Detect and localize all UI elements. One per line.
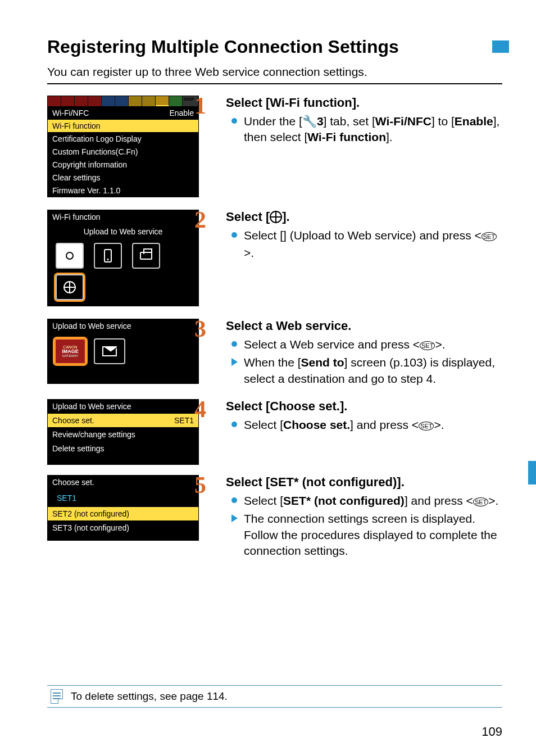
globe-icon (56, 274, 84, 300)
intro-rule (47, 83, 502, 84)
menu-item: Delete settings (52, 444, 105, 453)
menu-value: SET1 (174, 416, 194, 425)
step-number: 3 (194, 315, 206, 342)
set-icon: SET (419, 422, 434, 431)
step-bullet: The connection settings screen is displa… (231, 511, 502, 559)
menu-item: Firmware Ver. 1.1.0 (52, 186, 120, 195)
menu-item: SET2 (not configured) (52, 509, 129, 518)
screenshot-upload-service: Upload to Web service CANON iMAGE GATEWA… (47, 319, 199, 384)
step-bullet: Select [Choose set.] and press <SET>. (231, 417, 502, 433)
menu-item: Wi-Fi function (52, 121, 101, 130)
page-title: Registering Multiple Connection Settings (0, 0, 536, 57)
footer-note: To delete settings, see page 114. (47, 685, 502, 708)
side-tab (528, 461, 536, 485)
screenshot-subtitle: Upload to Web service (48, 224, 198, 241)
footer-text: To delete settings, see page 114. (71, 690, 228, 702)
step-4: Upload to Web service Choose set.SET1 Re… (0, 396, 536, 468)
set-icon: SET (420, 341, 435, 350)
camera-icon (56, 243, 84, 269)
step-number: 4 (194, 396, 206, 423)
step-number: 2 (194, 206, 206, 233)
step-number: 1 (194, 92, 206, 119)
note-icon (51, 689, 63, 704)
menu-value: Enable (169, 108, 194, 117)
menu-item: Choose set. (52, 416, 94, 425)
step-heading: Select [SET* (not configured)]. (226, 475, 502, 490)
step-bullet: Select [SET* (not configured)] and press… (231, 493, 502, 509)
menu-item: Clear settings (52, 173, 101, 182)
mail-icon (94, 338, 125, 364)
menu-item: Review/change settings (52, 430, 135, 439)
canon-image-gateway-icon: CANON iMAGE GATEWAY (54, 338, 86, 364)
set-icon: SET (473, 497, 488, 506)
screenshot-title: Upload to Web service (48, 400, 198, 413)
screenshot-title: Wi-Fi function (48, 210, 198, 224)
step-bullet: When the [Send to] screen (p.103) is dis… (231, 355, 502, 387)
step-heading: Select []. (226, 210, 502, 224)
menu-item: Wi-Fi/NFC (52, 108, 89, 117)
step-1: DISP Wi-Fi/NFCEnable Wi-Fi function Cert… (0, 92, 536, 201)
step-heading: Select [Choose set.]. (226, 399, 502, 414)
step-heading: Select a Web service. (226, 319, 502, 333)
step-heading: Select [Wi-Fi function]. (226, 96, 502, 110)
menu-item: Certification Logo Display (52, 134, 142, 143)
menu-item: Copyright information (52, 160, 127, 169)
screenshot-choose-set: Choose set. SET1 SET2 (not configured) S… (47, 475, 199, 541)
set-icon: SET (482, 232, 497, 241)
printer-icon (132, 243, 160, 269)
globe-icon (270, 211, 282, 223)
step-5: Choose set. SET1 SET2 (not configured) S… (0, 472, 536, 564)
step-bullet: Select a Web service and press <SET>. (231, 337, 502, 352)
step-number: 5 (194, 472, 206, 499)
screenshot-wifi-function: Wi-Fi function Upload to Web service (47, 210, 199, 306)
intro-text: You can register up to three Web service… (0, 57, 536, 82)
step-2: Wi-Fi function Upload to Web service 2 S… (0, 206, 536, 310)
menu-item: Custom Functions(C.Fn) (52, 147, 138, 156)
step-bullet: Select [] (Upload to Web service) and pr… (231, 228, 502, 261)
smartphone-icon (94, 243, 122, 269)
menu-item: SET3 (not configured) (52, 523, 129, 532)
title-accent (492, 40, 509, 53)
screenshot-upload-menu: Upload to Web service Choose set.SET1 Re… (47, 399, 199, 465)
wrench-icon: 🔧 (302, 115, 317, 128)
screenshot-title: Upload to Web service (48, 319, 198, 333)
page-number: 109 (482, 725, 502, 739)
step-bullet: Under the [🔧3] tab, set [Wi-Fi/NFC] to [… (231, 114, 502, 146)
screenshot-setup-menu: DISP Wi-Fi/NFCEnable Wi-Fi function Cert… (47, 96, 199, 197)
menu-item: SET1 (52, 492, 81, 504)
step-3: Upload to Web service CANON iMAGE GATEWA… (0, 315, 536, 392)
screenshot-title: Choose set. (48, 476, 198, 489)
